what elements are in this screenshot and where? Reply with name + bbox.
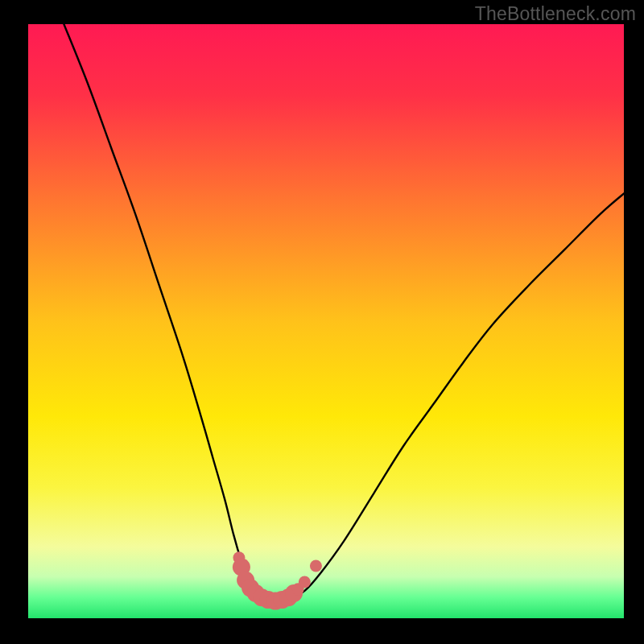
highlight-point — [310, 560, 322, 572]
highlight-point — [299, 576, 311, 588]
chart-svg — [28, 24, 624, 618]
gradient-background — [28, 24, 624, 618]
plot-area — [28, 24, 624, 618]
chart-frame: TheBottleneck.com — [0, 0, 644, 644]
watermark-text: TheBottleneck.com — [475, 3, 636, 25]
